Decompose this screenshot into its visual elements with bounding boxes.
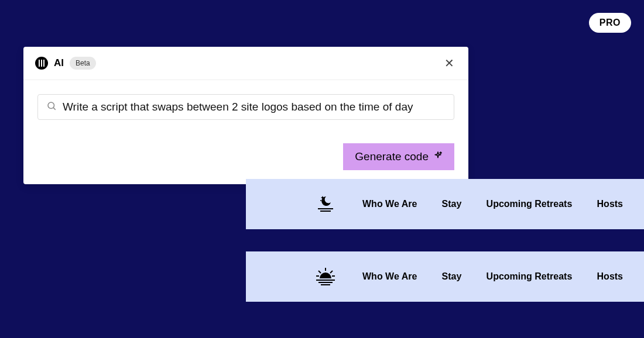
sun-logo-icon (313, 267, 338, 287)
prompt-wrapper (37, 94, 454, 120)
moon-logo-icon (313, 194, 338, 214)
prompt-input[interactable] (63, 101, 446, 113)
ai-header-left: AI Beta (35, 57, 96, 70)
generate-button-label: Generate code (355, 150, 429, 163)
night-nav-bar: Who We Are Stay Upcoming Retreats Hosts (246, 179, 644, 229)
sparkle-icon (433, 150, 443, 163)
svg-line-6 (318, 271, 321, 273)
elementor-logo-icon (35, 57, 48, 70)
ai-actions: Generate code (37, 143, 454, 170)
nav-item-stay[interactable]: Stay (442, 199, 462, 209)
nav-item-hosts[interactable]: Hosts (597, 199, 623, 209)
close-icon[interactable]: ✕ (442, 55, 457, 71)
nav-item-who-we-are[interactable]: Who We Are (362, 199, 417, 209)
nav-item-upcoming-retreats[interactable]: Upcoming Retreats (487, 271, 573, 282)
nav-item-who-we-are[interactable]: Who We Are (362, 271, 417, 282)
ai-panel: AI Beta ✕ Generate code (23, 47, 468, 184)
day-nav-bar: Who We Are Stay Upcoming Retreats Hosts (246, 251, 644, 302)
svg-point-0 (48, 102, 54, 109)
day-nav-links: Who We Are Stay Upcoming Retreats Hosts (362, 271, 623, 282)
beta-badge: Beta (70, 57, 96, 70)
nav-item-hosts[interactable]: Hosts (597, 271, 623, 282)
night-nav-links: Who We Are Stay Upcoming Retreats Hosts (362, 199, 623, 209)
pro-badge: PRO (589, 13, 631, 33)
svg-line-7 (330, 271, 333, 273)
ai-panel-header: AI Beta ✕ (23, 47, 468, 80)
ai-panel-body: Generate code (23, 80, 468, 184)
nav-item-upcoming-retreats[interactable]: Upcoming Retreats (487, 199, 573, 209)
nav-item-stay[interactable]: Stay (442, 271, 462, 282)
svg-line-1 (53, 108, 55, 109)
svg-point-2 (320, 200, 321, 201)
search-icon (46, 101, 57, 113)
generate-code-button[interactable]: Generate code (343, 143, 454, 170)
ai-panel-title: AI (54, 57, 64, 69)
